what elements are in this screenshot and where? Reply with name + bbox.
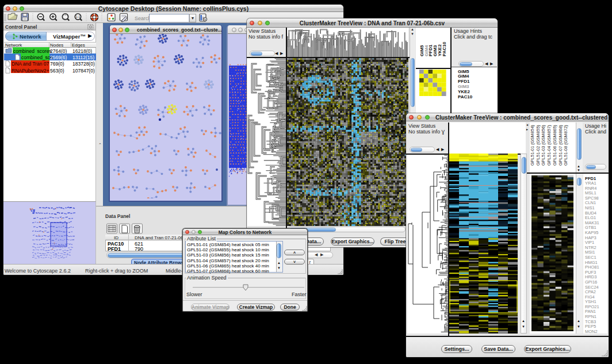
svg-text:1:1: 1:1 <box>76 15 81 18</box>
svg-text:✎: ✎ <box>204 18 206 21</box>
